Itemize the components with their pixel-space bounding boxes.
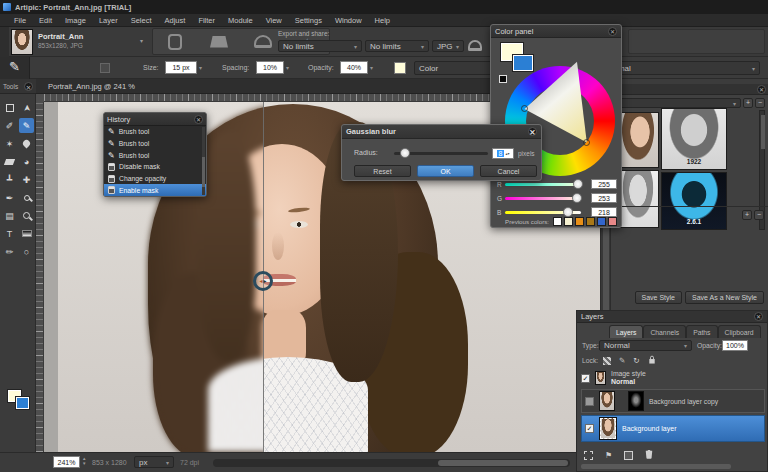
lock-all-icon[interactable] [648,355,656,366]
dodge-burn-tool-icon[interactable]: ◕ [19,154,34,169]
styles-close-icon[interactable]: ✕ [757,85,766,94]
secondary-color-swatch[interactable] [513,55,533,71]
export-limit-dropdown-2[interactable]: No limits▾ [365,40,429,52]
pen-tool-icon[interactable]: ✏ [2,244,17,259]
history-item[interactable]: Disable mask [104,161,206,173]
green-slider-thumb[interactable] [572,193,582,203]
canvas-horizontal-scrollbar[interactable] [213,459,570,467]
style-thumbnail-261[interactable]: 2.6.1 [661,172,727,230]
canvas-resize-icon[interactable] [165,34,185,50]
menu-help[interactable]: Help [375,16,390,25]
menu-layer[interactable]: Layer [99,16,118,25]
green-value-field[interactable]: 253 [591,193,617,203]
color-panel-close-icon[interactable]: ✕ [608,27,617,36]
tab-layers[interactable]: Layers [609,325,643,338]
zoom-spinner-icon[interactable]: ▲▼ [82,456,86,466]
export-go-icon[interactable] [468,39,482,52]
history-item[interactable]: ✎Brush tool [104,138,206,150]
lock-brush-icon[interactable]: ✎ [619,356,625,365]
brush-opacity-value[interactable]: 40% [340,61,368,74]
brush-tool-icon[interactable]: ✎ [19,118,34,133]
history-item[interactable]: Change opacity [104,173,206,185]
menu-adjust[interactable]: Adjust [165,16,186,25]
new-layer-icon[interactable] [624,451,633,460]
tab-paths[interactable]: Paths [686,325,717,338]
export-limit-dropdown-1[interactable]: No limits▾ [278,40,362,52]
layer-thumbnail[interactable] [595,371,606,385]
red-slider[interactable] [505,183,581,186]
cancel-button[interactable]: Cancel [480,165,537,177]
add-preset-icon[interactable]: + [742,210,752,220]
brush-size-value[interactable]: 15 px [165,61,197,74]
compare-slider-handle[interactable]: ◂ ▸ [253,271,273,291]
tab-clipboard[interactable]: Clipboard [718,325,761,338]
menu-file[interactable]: File [14,16,26,25]
layer-visibility-checkbox[interactable]: ■ [585,397,594,406]
layer-visibility-checkbox[interactable]: ✓ [581,374,590,383]
loupe-tool-icon[interactable] [19,190,34,205]
history-item-selected[interactable]: Enable mask [104,184,206,196]
layer-mask-thumbnail[interactable] [628,391,644,411]
spinner-arrows-icon[interactable]: ▴▾ [505,152,509,156]
red-value-field[interactable]: 255 [591,179,617,189]
unit-dropdown[interactable]: px▾ [134,456,174,468]
export-format-dropdown[interactable]: JPG▾ [432,40,464,52]
zoom-tool-icon[interactable] [19,208,34,223]
menu-edit[interactable]: Edit [39,16,52,25]
black-color-swatch[interactable] [499,75,507,83]
marquee-tool-icon[interactable] [2,100,17,115]
styles-category-dropdown[interactable]: ▾ [615,98,741,108]
delete-layer-icon[interactable] [645,449,653,461]
perspective-icon[interactable] [209,34,229,50]
previous-color-swatch[interactable] [575,217,584,226]
menu-select[interactable]: Select [131,16,152,25]
magic-wand-tool-icon[interactable]: ✶ [2,136,17,151]
blur-drop-tool-icon[interactable] [19,136,34,151]
add-style-icon[interactable]: + [743,98,753,108]
shape-tool-icon[interactable]: ○ [19,244,34,259]
stack-tool-icon[interactable]: ▤ [2,208,17,223]
zoom-level-field[interactable]: 241% [53,456,80,468]
layer-row-image-style[interactable]: ✓ Image style Normal [581,369,765,387]
menu-view[interactable]: View [266,16,282,25]
triangle-marker[interactable] [521,105,528,112]
healing-tool-icon[interactable]: ✚ [19,172,34,187]
tools-close-icon[interactable]: ✕ [24,82,33,91]
layer-row-background-copy[interactable]: ■ Background layer copy [581,389,765,413]
history-close-icon[interactable]: ✕ [194,115,203,124]
ok-button[interactable]: OK [417,165,474,177]
save-as-new-style-button[interactable]: Save As a New Style [685,291,764,304]
export-print-icon[interactable] [253,34,273,50]
brush-preset-icon[interactable] [100,63,110,73]
brush-color-swatch[interactable] [394,62,406,74]
menu-filter[interactable]: Filter [198,16,215,25]
blue-slider[interactable] [505,211,581,214]
lasso-tool-icon[interactable]: ✐ [2,118,17,133]
menu-image[interactable]: Image [65,16,86,25]
style-thumbnail[interactable] [617,170,659,228]
lock-position-icon[interactable]: ↻ [633,356,639,365]
red-slider-thumb[interactable] [573,179,583,189]
save-style-button[interactable]: Save Style [635,291,682,304]
text-tool-icon[interactable]: T [2,226,17,241]
foreground-background-swatches[interactable] [8,390,30,410]
eraser-tool-icon[interactable] [2,154,17,169]
layer-thumbnail[interactable] [599,391,615,411]
remove-preset-icon[interactable]: − [754,210,764,220]
blue-slider-thumb[interactable] [563,207,573,217]
radius-value-field[interactable]: 8 ▴▾ [492,148,514,159]
previous-color-swatch[interactable] [564,217,573,226]
spacing-caret-icon[interactable]: ▾ [286,64,289,71]
brush-spacing-value[interactable]: 10% [256,61,284,74]
remove-style-icon[interactable]: − [755,98,765,108]
selection-icon[interactable] [584,451,593,460]
previous-color-swatch[interactable] [553,217,562,226]
layer-row-background-selected[interactable]: ✓ Background layer [581,415,765,442]
previous-color-swatch[interactable] [597,217,606,226]
flag-mask-icon[interactable]: ⚑ [605,451,612,460]
lock-transparency-icon[interactable] [603,357,611,365]
layers-horizontal-scrollbar[interactable] [581,464,731,469]
layers-close-icon[interactable]: ✕ [754,312,763,321]
blue-value-field[interactable]: 218 [591,207,617,217]
gaussian-close-icon[interactable]: ✕ [528,127,537,136]
